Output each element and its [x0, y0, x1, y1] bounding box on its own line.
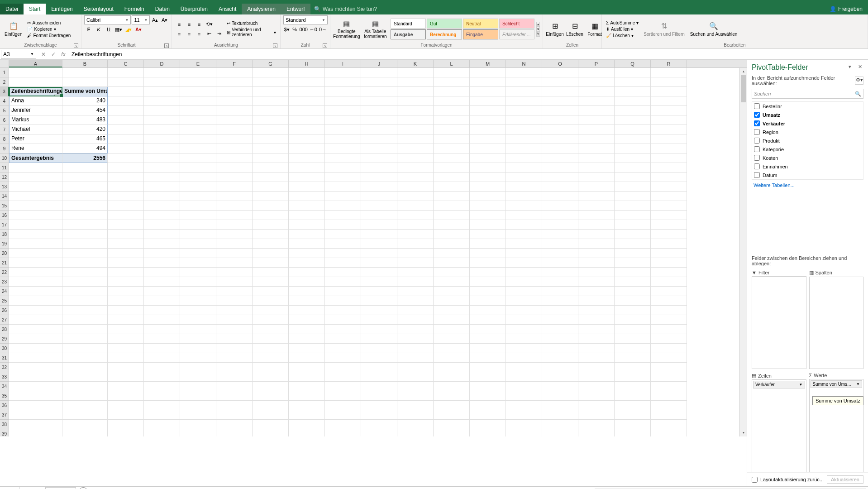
cell[interactable]	[397, 315, 434, 325]
cell[interactable]	[180, 125, 216, 134]
cell[interactable]	[180, 315, 216, 325]
cell[interactable]	[9, 296, 62, 306]
cell[interactable]: 2556	[62, 153, 108, 163]
cell[interactable]	[108, 306, 144, 315]
cell[interactable]	[108, 153, 144, 163]
cell[interactable]	[108, 372, 144, 382]
cell[interactable]	[361, 77, 397, 87]
cell[interactable]	[361, 163, 397, 173]
cell[interactable]	[325, 401, 361, 410]
cell[interactable]	[397, 287, 434, 296]
cell[interactable]	[434, 420, 470, 429]
cell[interactable]	[506, 401, 542, 410]
cell[interactable]: Markus	[9, 115, 62, 125]
cell[interactable]	[651, 239, 687, 249]
underline-button[interactable]: U	[104, 25, 113, 34]
cell[interactable]	[434, 410, 470, 420]
cell[interactable]	[253, 239, 289, 249]
cell[interactable]	[506, 144, 542, 153]
cell[interactable]	[397, 410, 434, 420]
cell[interactable]	[651, 353, 687, 363]
row-header-23[interactable]: 23	[0, 277, 9, 287]
cell[interactable]	[506, 268, 542, 277]
cell[interactable]	[434, 173, 470, 182]
cell[interactable]	[180, 353, 216, 363]
cell[interactable]	[506, 429, 542, 436]
cell[interactable]	[289, 296, 325, 306]
cell[interactable]	[578, 96, 615, 106]
cell[interactable]	[542, 296, 578, 306]
cell[interactable]	[108, 344, 144, 353]
cell[interactable]	[289, 372, 325, 382]
cell[interactable]	[62, 211, 108, 220]
col-header-P[interactable]: P	[578, 60, 615, 67]
increase-font-button[interactable]: A▴	[151, 15, 159, 24]
cell[interactable]	[144, 182, 180, 192]
cell[interactable]	[615, 96, 651, 106]
cell[interactable]	[361, 325, 397, 334]
cell[interactable]	[216, 239, 253, 249]
cell[interactable]	[144, 239, 180, 249]
cell[interactable]	[216, 287, 253, 296]
cell[interactable]	[289, 144, 325, 153]
cell[interactable]	[108, 258, 144, 268]
cell[interactable]	[542, 353, 578, 363]
cell[interactable]	[144, 87, 180, 96]
cell[interactable]	[542, 163, 578, 173]
cell[interactable]	[325, 382, 361, 391]
cell[interactable]	[651, 68, 687, 77]
formula-input[interactable]: Zeilenbeschriftungen	[70, 50, 868, 58]
cell[interactable]	[542, 401, 578, 410]
cell[interactable]	[9, 420, 62, 429]
cell[interactable]	[289, 68, 325, 77]
style-eingabe[interactable]: Eingabe	[463, 29, 498, 39]
row-header-38[interactable]: 38	[0, 420, 9, 429]
col-header-O[interactable]: O	[542, 60, 578, 67]
cell[interactable]	[397, 429, 434, 436]
field-checkbox[interactable]	[754, 155, 760, 161]
value-field-umsatz[interactable]: Summe von Ums...▼	[811, 380, 863, 388]
tab-formeln[interactable]: Formeln	[119, 4, 150, 14]
cell[interactable]	[651, 296, 687, 306]
cell[interactable]	[615, 192, 651, 201]
copy-button[interactable]: 📄Kopieren ▾	[26, 26, 72, 32]
cell[interactable]	[253, 201, 289, 211]
cell[interactable]	[578, 115, 615, 125]
cell[interactable]	[542, 211, 578, 220]
cell[interactable]: Jennifer	[9, 106, 62, 115]
row-header-12[interactable]: 12	[0, 173, 9, 182]
row-header-8[interactable]: 8	[0, 134, 9, 144]
cell[interactable]	[542, 201, 578, 211]
cell[interactable]	[506, 125, 542, 134]
cell[interactable]	[289, 401, 325, 410]
cell[interactable]	[144, 96, 180, 106]
cell[interactable]	[615, 173, 651, 182]
cell[interactable]	[651, 153, 687, 163]
cell[interactable]	[108, 239, 144, 249]
row-header-9[interactable]: 9	[0, 144, 9, 153]
cell[interactable]	[216, 258, 253, 268]
row-header-32[interactable]: 32	[0, 363, 9, 372]
cell[interactable]	[615, 106, 651, 115]
cell[interactable]	[325, 77, 361, 87]
cell[interactable]	[578, 429, 615, 436]
cell[interactable]	[325, 192, 361, 201]
cell[interactable]	[615, 287, 651, 296]
cell[interactable]	[542, 96, 578, 106]
cell[interactable]	[325, 201, 361, 211]
cell[interactable]	[651, 420, 687, 429]
row-header-14[interactable]: 14	[0, 192, 9, 201]
values-drop-area[interactable]: Summe von Ums...▼	[809, 379, 864, 472]
cell[interactable]	[108, 201, 144, 211]
cell[interactable]	[470, 68, 506, 77]
cell[interactable]	[289, 96, 325, 106]
cell[interactable]	[253, 353, 289, 363]
cell[interactable]	[470, 134, 506, 144]
cell[interactable]	[62, 315, 108, 325]
cell[interactable]	[108, 420, 144, 429]
scroll-down-button[interactable]: ▾	[740, 429, 747, 436]
cell[interactable]	[542, 429, 578, 436]
cell[interactable]	[180, 382, 216, 391]
cell[interactable]	[578, 134, 615, 144]
cell[interactable]	[470, 249, 506, 258]
